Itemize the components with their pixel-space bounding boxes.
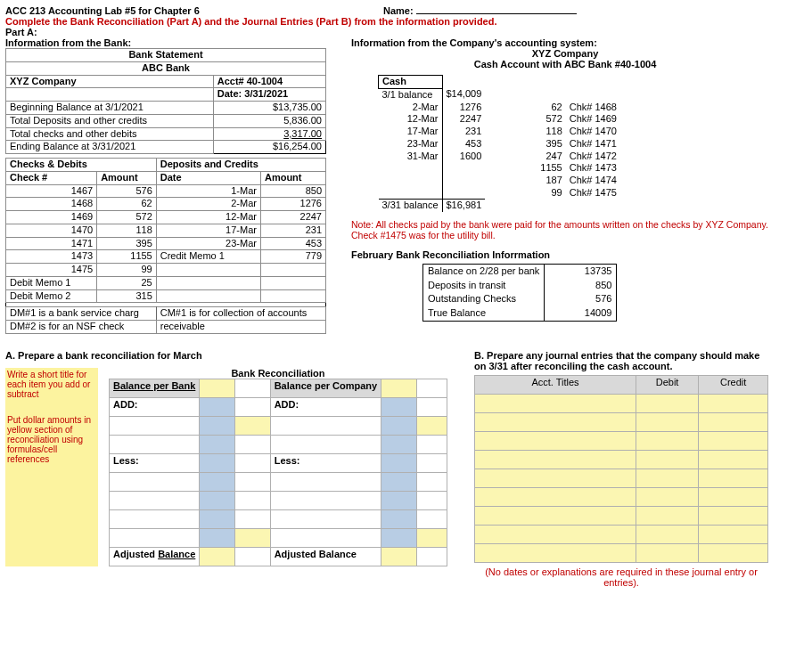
- dep-amt: 453: [442, 138, 485, 151]
- bank-statement-title: Bank Statement: [6, 49, 326, 62]
- cm-note: CM#1 is for collection of accounts: [156, 307, 325, 321]
- chk-amt: 187: [537, 175, 565, 187]
- checks-credits-table: Checks & Debits Deposits and Credits Che…: [5, 158, 326, 334]
- chk-amt: 99: [537, 187, 565, 200]
- credit-amt: 453: [260, 237, 325, 250]
- close-amt: $16,981: [442, 200, 485, 212]
- debit-amt: 118: [97, 224, 157, 237]
- cm-note: receivable: [156, 321, 325, 334]
- chk-num: Chk# 1468: [566, 102, 620, 114]
- feb-val: 13735: [545, 265, 617, 279]
- je-col-title: Acct. Titles: [475, 375, 636, 394]
- feb-label: Balance on 2/28 per bank: [423, 265, 545, 279]
- cash-account-title: Cash Account with ABC Bank #40-1004: [351, 59, 779, 69]
- dep-amt: 1276: [442, 102, 485, 114]
- chk-num: Chk# 1471: [566, 138, 620, 151]
- instruction-line: Complete the Bank Reconciliation (Part A…: [5, 16, 807, 27]
- credit-amt: 2247: [260, 211, 325, 224]
- credit-amt: 850: [260, 184, 325, 198]
- col-checknum: Check #: [6, 171, 97, 184]
- credit-amt: 231: [260, 224, 325, 237]
- bank-heading: Information from the Bank:: [5, 37, 326, 48]
- col-amount2: Amount: [260, 171, 325, 184]
- chk-amt: 247: [537, 151, 565, 163]
- chk-amt: 572: [537, 113, 565, 126]
- bank-row-label: Ending Balance at 3/31/2021: [6, 141, 214, 154]
- feb-label: Outstanding Checks: [423, 292, 545, 306]
- bank-reconciliation-grid[interactable]: Balance per Bank Balance per Company ADD…: [109, 379, 447, 566]
- chk-num: Chk# 1469: [566, 113, 620, 126]
- debit-num: 1467: [6, 184, 97, 198]
- bank-acct: Acct# 40-1004: [213, 75, 325, 88]
- col-date: Date: [156, 171, 260, 184]
- bank-date: Date: 3/31/2021: [213, 88, 325, 102]
- chk-num: Chk# 1472: [566, 151, 620, 163]
- debit-num: 1473: [6, 250, 97, 264]
- partb-title: B. Prepare any journal entries that the …: [474, 350, 768, 371]
- dep-date: 12-Mar: [379, 113, 443, 126]
- name-label: Name:: [383, 5, 414, 16]
- debit-num: 1471: [6, 237, 97, 250]
- je-footnote: (No dates or explanations are required i…: [474, 566, 768, 588]
- debit-amt: 572: [97, 211, 157, 224]
- feb-val: 576: [545, 292, 617, 306]
- chk-amt: 62: [537, 102, 565, 114]
- dep-amt: 2247: [442, 113, 485, 126]
- credit-date: 1-Mar: [156, 184, 260, 198]
- bank-row-amt: 5,836.00: [213, 114, 325, 127]
- bank-row-amt: $13,735.00: [213, 102, 325, 115]
- credit-date: 17-Mar: [156, 224, 260, 237]
- bal-per-bank-head: Balance per Bank: [113, 380, 195, 391]
- chk-num: Chk# 1470: [566, 126, 620, 138]
- debit-amt: 576: [97, 184, 157, 198]
- col-amount: Amount: [97, 171, 157, 184]
- hint-box: Write a short title for each item you ad…: [5, 368, 98, 566]
- chk-amt: 395: [537, 138, 565, 151]
- chk-num: Chk# 1475: [566, 187, 620, 200]
- name-blank[interactable]: [416, 13, 577, 14]
- dep-amt: 231: [442, 126, 485, 138]
- open-amt: $14,009: [442, 88, 485, 101]
- bank-row-amt: 3,317.00: [213, 127, 325, 141]
- cash-t-account: Cash 3/1 balance$14,009 2-Mar127662Chk# …: [378, 75, 620, 212]
- dep-date: 31-Mar: [379, 151, 443, 163]
- dep-date: 23-Mar: [379, 138, 443, 151]
- feb-title: February Bank Reconciliation Inforrmatio…: [351, 249, 779, 260]
- dep-date: 2-Mar: [379, 102, 443, 114]
- debit-num: 1475: [6, 264, 97, 277]
- bank-row-label: Total checks and other debits: [6, 127, 214, 141]
- bank-row-amt: $16,254.00: [213, 141, 325, 154]
- checks-debits-header: Checks & Debits: [6, 159, 157, 172]
- hint-text: Put dollar amounts in yellow section of …: [7, 415, 96, 464]
- company-name: XYZ Company: [351, 48, 779, 59]
- bank-statement-table: Bank Statement ABC Bank XYZ Company Acct…: [5, 48, 326, 154]
- bank-rec-title: Bank Reconciliation: [109, 368, 447, 379]
- feb-reconciliation-box: Balance on 2/28 per bank13735 Deposits i…: [422, 264, 617, 322]
- debit-amt: 1155: [97, 250, 157, 264]
- chk-amt: 118: [537, 126, 565, 138]
- less-label: Less:: [270, 453, 381, 472]
- credit-amt: 779: [260, 250, 325, 264]
- deposits-credits-header: Deposits and Credits: [156, 159, 325, 172]
- credit-date: 12-Mar: [156, 211, 260, 224]
- bal-per-company-head: Balance per Company: [275, 380, 378, 391]
- hint-text: Write a short title for each item you ad…: [7, 370, 96, 399]
- je-col-debit: Debit: [636, 375, 698, 394]
- dm-note: DM#1 is a bank service charg: [6, 307, 157, 321]
- feb-label: Deposits in transit: [423, 279, 545, 293]
- parta-label: Part A:: [5, 27, 807, 37]
- debit-num: 1468: [6, 198, 97, 211]
- debit-num: 1469: [6, 211, 97, 224]
- dep-amt: 1600: [442, 151, 485, 163]
- red-note: Note: All checks paid by the bank were p…: [351, 219, 779, 240]
- less-label: Less:: [110, 453, 200, 472]
- parta-title: A. Prepare a bank reconciliation for Mar…: [5, 350, 447, 361]
- cash-col-head: Cash: [379, 76, 443, 89]
- open-label: 3/1 balance: [379, 88, 443, 101]
- journal-entry-grid[interactable]: Acct. Titles Debit Credit: [474, 375, 768, 563]
- debit-amt: 62: [97, 198, 157, 211]
- debit-num: 1470: [6, 224, 97, 237]
- credit-date: 2-Mar: [156, 198, 260, 211]
- debit-amt: 395: [97, 237, 157, 250]
- debit-amt: 315: [97, 289, 157, 303]
